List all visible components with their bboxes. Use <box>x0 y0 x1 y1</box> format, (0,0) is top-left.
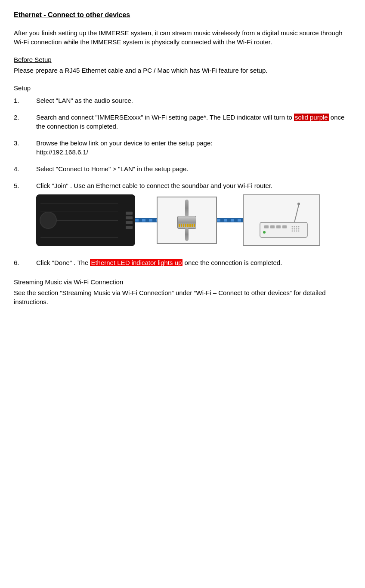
step-1-num: 1. <box>14 96 36 105</box>
streaming-text: See the section “Streaming Music via Wi-… <box>14 288 351 306</box>
step-4-num: 4. <box>14 164 36 173</box>
svg-point-9 <box>296 226 297 228</box>
step-1-text: Select "LAN" as the audio source. <box>36 96 351 105</box>
router-image <box>243 194 320 246</box>
step-2-text: Search and connect "IMMERSExxxx" in Wi-F… <box>36 113 351 131</box>
soundbar-image <box>36 194 135 246</box>
streaming-heading: Streaming Music via Wi-Fi Connection <box>14 277 351 286</box>
svg-rect-3 <box>264 225 269 228</box>
step-5-text: Click "Join" . Use an Ethernet cable to … <box>36 181 351 250</box>
step-3-text: Browse the below link on your device to … <box>36 139 351 157</box>
svg-point-12 <box>294 228 295 230</box>
step-5: 5. Click "Join" . Use an Ethernet cable … <box>14 181 351 250</box>
solid-purple-highlight: solid purple <box>294 114 329 121</box>
step-5-num: 5. <box>14 181 36 250</box>
svg-rect-5 <box>276 225 281 228</box>
svg-point-7 <box>292 226 293 228</box>
svg-point-17 <box>296 231 297 232</box>
step-3: 3. Browse the below link on your device … <box>14 139 351 157</box>
svg-rect-6 <box>282 225 287 228</box>
page-title: Ethernet - Connect to other devices <box>14 10 351 20</box>
step-3-num: 3. <box>14 139 36 157</box>
ethernet-diagram <box>36 194 351 246</box>
streaming-section: Streaming Music via Wi-Fi Connection See… <box>14 277 351 306</box>
before-setup-text: Please prepare a RJ45 Ethernet cable and… <box>14 66 351 75</box>
step-6-num: 6. <box>14 258 36 267</box>
svg-point-14 <box>298 228 300 230</box>
svg-point-8 <box>294 226 295 228</box>
step-2: 2. Search and connect "IMMERSExxxx" in W… <box>14 113 351 131</box>
ethernet-led-highlight: Ethernet LED indicator lights up <box>90 259 182 266</box>
svg-rect-2 <box>260 222 307 237</box>
setup-heading: Setup <box>14 83 351 92</box>
cable-right <box>217 218 243 222</box>
svg-point-10 <box>298 226 300 228</box>
svg-line-0 <box>294 205 299 222</box>
step-4-text: Select "Connect to Home" > "LAN" in the … <box>36 164 351 173</box>
svg-point-1 <box>297 203 300 205</box>
svg-point-18 <box>298 231 300 232</box>
svg-rect-4 <box>270 225 275 228</box>
step-1: 1. Select "LAN" as the audio source. <box>14 96 351 105</box>
step-4: 4. Select "Connect to Home" > "LAN" in t… <box>14 164 351 173</box>
svg-point-13 <box>296 228 297 230</box>
router-svg <box>251 199 312 242</box>
step-2-num: 2. <box>14 113 36 131</box>
rj45-connector-box <box>157 197 217 244</box>
svg-point-19 <box>263 231 266 234</box>
step-6: 6. Click "Done" . The Ethernet LED indic… <box>14 258 351 267</box>
before-setup-heading: Before Setup <box>14 55 351 64</box>
svg-point-16 <box>294 231 295 232</box>
cable-left <box>135 218 157 222</box>
svg-point-11 <box>292 228 293 230</box>
svg-point-15 <box>292 231 293 232</box>
intro-paragraph: After you finish setting up the IMMERSE … <box>14 28 351 46</box>
step-6-text: Click "Done" . The Ethernet LED indicato… <box>36 258 351 267</box>
